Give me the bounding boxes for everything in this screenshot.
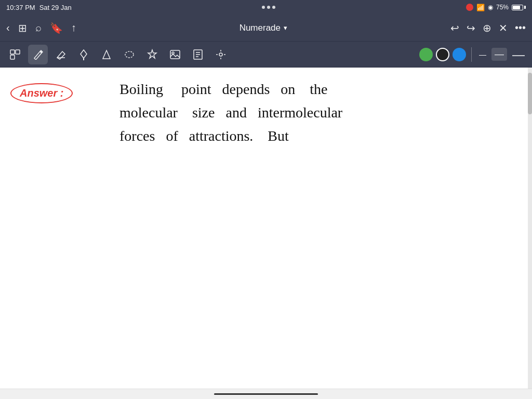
date: Sat 29 Jan [39, 4, 72, 11]
handwriting-line-2: molecular size and intermolecular [119, 104, 342, 121]
title-bar: ‹ ⊞ ⌕ 🔖 ↑ Numerade ▾ ↩ ↪ ⊕ ✕ ••• [0, 15, 532, 42]
record-icon [466, 4, 473, 11]
svg-rect-1 [10, 55, 15, 59]
answer-badge: Answer : [10, 83, 73, 103]
status-center [262, 6, 275, 9]
battery-tip [524, 6, 526, 9]
status-left: 10:37 PM Sat 29 Jan [6, 4, 72, 11]
handwriting-line-1: Boiling point depends on the [119, 81, 328, 97]
page-layout-tool[interactable] [5, 45, 25, 64]
bookmark-icon[interactable]: 🔖 [50, 22, 63, 34]
svg-point-12 [219, 53, 222, 56]
pen-tool[interactable] [28, 45, 48, 64]
title-bar-left: ‹ ⊞ ⌕ 🔖 ↑ [6, 22, 76, 34]
svg-rect-0 [10, 50, 15, 54]
scrollbar-right[interactable] [528, 68, 532, 389]
line-thick[interactable]: — [510, 47, 527, 62]
color-black[interactable] [436, 48, 449, 61]
undo-icon[interactable]: ↩ [450, 22, 459, 34]
shape-tool[interactable] [97, 45, 116, 64]
image-tool[interactable] [165, 45, 185, 64]
svg-rect-2 [16, 50, 20, 54]
back-icon[interactable]: ‹ [6, 22, 10, 34]
star-tool[interactable] [142, 45, 162, 64]
dot-2 [267, 6, 270, 9]
color-blue[interactable] [453, 48, 466, 61]
grid-icon[interactable]: ⊞ [18, 22, 27, 34]
battery-body [512, 5, 523, 10]
add-page-icon[interactable]: ⊕ [483, 22, 491, 34]
eraser-tool[interactable] [51, 45, 71, 64]
close-icon[interactable]: ✕ [499, 22, 508, 34]
highlighter-tool[interactable] [74, 45, 94, 64]
battery-fill [513, 6, 520, 9]
chevron-down-icon[interactable]: ▾ [284, 24, 287, 32]
canvas-area: Answer : Boiling point depends on the mo… [0, 68, 532, 389]
battery-indicator [512, 5, 526, 10]
toolbar: — — — [0, 42, 532, 68]
lasso-tool[interactable] [119, 45, 139, 64]
wifi-icon: 📶 [476, 4, 485, 11]
signal-icon: ◉ [488, 4, 493, 11]
title-bar-right: ↩ ↪ ⊕ ✕ ••• [450, 22, 526, 34]
handwriting-line-3: forces of attractions. But [119, 128, 289, 144]
home-indicator [214, 393, 318, 395]
toolbar-separator-1 [471, 47, 472, 62]
redo-icon[interactable]: ↪ [467, 22, 475, 34]
scrollbar-thumb[interactable] [528, 73, 532, 114]
time: 10:37 PM [6, 4, 35, 11]
dot-1 [262, 6, 265, 9]
title-bar-center: Numerade ▾ [240, 23, 287, 33]
laser-tool[interactable] [211, 45, 231, 64]
line-thin[interactable]: — [477, 50, 488, 59]
status-bar: 10:37 PM Sat 29 Jan 📶 ◉ 75% [0, 0, 532, 15]
bottom-bar [0, 389, 532, 399]
text-tool[interactable] [188, 45, 208, 64]
status-right: 📶 ◉ 75% [466, 4, 526, 11]
dot-3 [272, 6, 275, 9]
search-icon[interactable]: ⌕ [35, 22, 42, 34]
share-icon[interactable]: ↑ [71, 22, 76, 34]
more-icon[interactable]: ••• [515, 22, 526, 34]
battery-percent: 75% [496, 4, 509, 11]
svg-rect-6 [170, 50, 180, 59]
app-title: Numerade [240, 23, 281, 33]
svg-point-5 [125, 51, 134, 58]
color-green[interactable] [419, 48, 433, 61]
handwriting-content: Boiling point depends on the molecular s… [119, 78, 522, 148]
line-medium[interactable]: — [491, 48, 507, 61]
